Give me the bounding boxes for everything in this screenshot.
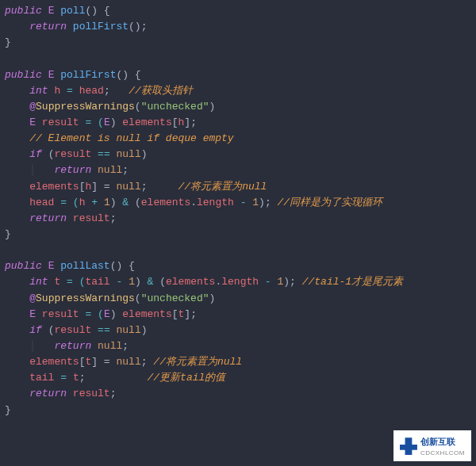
keyword-public: public [5, 69, 42, 81]
comment-set-null: //将元素置为null [178, 181, 267, 193]
watermark-title: 创新互联 [420, 437, 455, 446]
comment-update-tail: //更新tail的值 [148, 372, 226, 384]
keyword-public: public [5, 260, 42, 272]
fn-poll: poll [60, 5, 85, 17]
comment-set-null-2: //将元素置为null [153, 356, 242, 368]
keyword-return: return [29, 21, 67, 32]
code-block: public E poll() { return pollFirst(); } … [0, 0, 476, 422]
keyword-if: if [29, 148, 42, 160]
fn-pollFirst: pollFirst [60, 69, 116, 81]
keyword-int: int [29, 85, 48, 97]
watermark-logo-icon [400, 437, 417, 455]
comment-head-ptr: //获取头指针 [129, 85, 193, 97]
fn-pollFirst-call: pollFirst [73, 21, 129, 32]
fn-pollLast: pollLast [60, 260, 109, 272]
watermark: 创新互联 CDCXHLCOM [393, 430, 471, 461]
annotation-suppress: SuppressWarnings [36, 101, 135, 113]
watermark-sub: CDCXHLCOM [420, 449, 465, 458]
comment-element-null: // Element is null if deque empty [29, 132, 233, 144]
type-e: E [48, 5, 55, 17]
comment-loop: //同样是为了实现循环 [278, 197, 383, 208]
keyword-public: public [5, 5, 42, 17]
comment-tail-minus1: //tail-1才是尾元素 [302, 276, 403, 288]
